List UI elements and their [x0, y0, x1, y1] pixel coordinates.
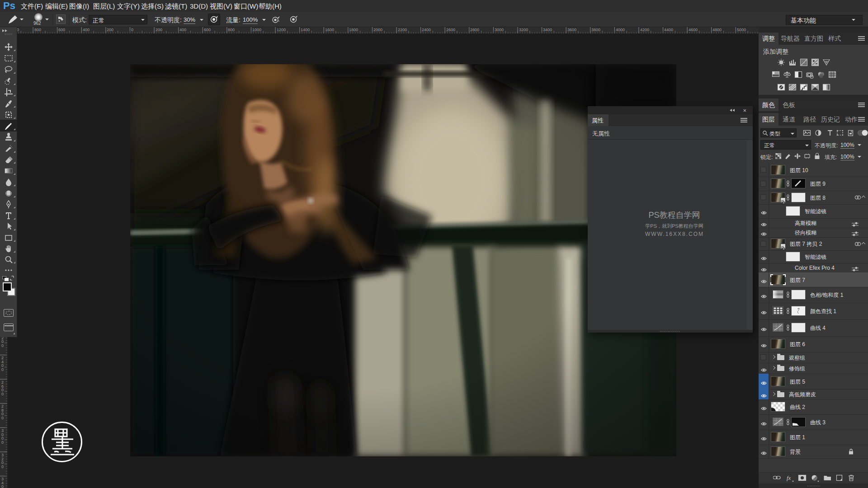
svg-text:fx: fx [787, 474, 791, 481]
